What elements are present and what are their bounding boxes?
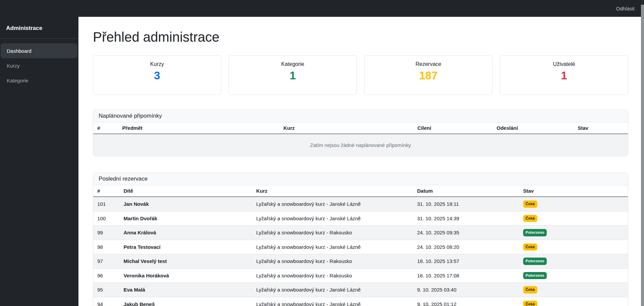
reservation-row: 94 Jakub Beneš Lyžařský a snowboardový k… [93,297,628,306]
reservation-child: Michal Veselý test [120,254,252,269]
reservation-row: 95 Eva Malá Lyžařský a snowboardový kurz… [93,283,628,297]
sidebar: Administrace Dashboard Kurzy Kategorie [0,17,78,306]
reservations-table: # Dítě Kurz Datum Stav 101 Jan Novák Lyž… [93,185,628,306]
reservation-status-cell: Čeká [519,283,628,297]
stat-card-kategorie: Kategorie 1 [229,55,357,95]
reservation-course: Lyžařský a snowboardový kurz - Rakousko [252,226,413,240]
reservation-date: 24. 10. 2025 08:20 [413,240,519,254]
reservation-status-cell: Čeká [519,297,628,306]
column-header-kurz: Kurz [252,185,413,197]
status-badge: Potvrzeno [523,229,547,236]
reservation-status-cell: Čeká [519,197,628,211]
reservation-id: 94 [93,297,120,306]
column-header-dite: Dítě [120,185,252,197]
status-badge: Čeká [523,200,537,208]
sidebar-item-kurzy[interactable]: Kurzy [1,58,77,73]
reservation-course: Lyžařský a snowboardový kurz - Janské Lá… [252,240,413,254]
reservation-row: 100 Martin Dvořák Lyžařský a snowboardov… [93,211,628,226]
reservation-course: Lyžařský a snowboardový kurz - Rakousko [252,254,413,269]
stat-value: 187 [365,69,492,82]
stats-row: Kurzy 3 Kategorie 1 Rezervace 187 Uživat… [93,55,628,95]
reservation-child: Eva Malá [120,283,252,297]
reservation-course: Lyžařský a snowboardový kurz - Janské Lá… [252,283,413,297]
top-navbar: Odhlásit [0,0,644,17]
reminders-table: # Předmět Kurz Cílení Odeslání Stav Zatí… [93,122,628,156]
reservation-child: Anna Králová [120,226,252,240]
reservation-status-cell: Potvrzeno [519,268,628,283]
reservation-row: 99 Anna Králová Lyžařský a snowboardový … [93,226,628,240]
sidebar-nav: Dashboard Kurzy Kategorie [0,39,78,88]
reservation-date: 9. 10. 2025 03:40 [413,283,519,297]
stat-label: Kategorie [229,61,357,67]
reservation-row: 97 Michal Veselý test Lyžařský a snowboa… [93,254,628,269]
column-header-stav: Stav [574,122,628,134]
status-badge: Čeká [523,243,537,251]
stat-value: 3 [93,69,221,82]
reservation-date: 18. 10. 2025 13:57 [413,254,519,269]
column-header-kurz: Kurz [279,122,413,134]
reservation-course: Lyžařský a snowboardový kurz - Janské Lá… [252,197,413,211]
reservation-id: 95 [93,283,120,297]
reservations-tbody: 101 Jan Novák Lyžařský a snowboardový ku… [93,197,628,306]
reservation-child: Jakub Beneš [120,297,252,306]
reservations-header-row: # Dítě Kurz Datum Stav [93,185,628,197]
reservation-child: Martin Dvořák [120,211,252,226]
column-header-id: # [93,185,120,197]
stat-value: 1 [229,69,357,82]
stat-label: Uživatelé [500,61,628,67]
reminders-card: Naplánované připomínky # Předmět Kurz Cí… [93,110,628,156]
reservation-status-cell: Čeká [519,211,628,226]
sidebar-item-dashboard[interactable]: Dashboard [1,43,77,58]
reservation-course: Lyžařský a snowboardový kurz - Rakousko [252,268,413,283]
reservation-date: 31. 10. 2025 14:39 [413,211,519,226]
reservations-card: Poslední rezervace # Dítě Kurz Datum Sta… [93,173,628,306]
reminders-empty-state: Zatím nejsou žádné naplánované připomínk… [93,134,628,156]
reservation-date: 24. 10. 2025 09:35 [413,226,519,240]
reminders-header-row: # Předmět Kurz Cílení Odeslání Stav [93,122,628,134]
status-badge: Potvrzeno [523,258,547,265]
reservation-id: 100 [93,211,120,226]
sidebar-item-kategorie[interactable]: Kategorie [1,73,77,88]
reservation-status-cell: Potvrzeno [519,226,628,240]
column-header-id: # [93,122,118,134]
column-header-cileni: Cílení [413,122,493,134]
column-header-predmet: Předmět [118,122,279,134]
status-badge: Čeká [523,215,537,222]
reservation-id: 96 [93,268,120,283]
scrollbar[interactable] [641,0,644,306]
reservation-course: Lyžařský a snowboardový kurz - Janské Lá… [252,297,413,306]
reservation-id: 99 [93,226,120,240]
sidebar-brand: Administrace [0,17,78,39]
main-content: Přehled administrace Kurzy 3 Kategorie 1… [78,17,641,306]
status-badge: Čeká [523,286,537,294]
reservation-row: 101 Jan Novák Lyžařský a snowboardový ku… [93,197,628,211]
reservation-id: 101 [93,197,120,211]
reservation-child: Petra Testovací [120,240,252,254]
reservation-child: Jan Novák [120,197,252,211]
stat-card-rezervace: Rezervace 187 [364,55,493,95]
stat-value: 1 [500,69,628,82]
stat-label: Kurzy [93,61,221,67]
reservation-id: 98 [93,240,120,254]
stat-label: Rezervace [365,61,492,67]
reservation-id: 97 [93,254,120,269]
page-title: Přehled administrace [93,29,628,45]
logout-link[interactable]: Odhlásit [616,6,635,11]
status-badge: Čeká [523,301,537,306]
reservation-course: Lyžařský a snowboardový kurz - Janské Lá… [252,211,413,226]
reservation-date: 9. 10. 2025 01:12 [413,297,519,306]
column-header-datum: Datum [413,185,519,197]
stat-card-uzivatele: Uživatelé 1 [500,55,628,95]
reservation-status-cell: Čeká [519,240,628,254]
reservation-child: Veronika Horáková [120,268,252,283]
reminders-empty-row: Zatím nejsou žádné naplánované připomínk… [93,134,628,156]
column-header-odeslani: Odeslání [493,122,574,134]
reminders-card-title: Naplánované připomínky [93,110,628,122]
scrollbar-thumb[interactable] [641,0,644,5]
reservation-date: 16. 10. 2025 17:08 [413,268,519,283]
reservation-row: 96 Veronika Horáková Lyžařský a snowboar… [93,268,628,283]
stat-card-kurzy: Kurzy 3 [93,55,221,95]
reservation-date: 31. 10. 2025 18:11 [413,197,519,211]
status-badge: Potvrzeno [523,272,547,279]
reservations-card-title: Poslední rezervace [93,173,628,185]
